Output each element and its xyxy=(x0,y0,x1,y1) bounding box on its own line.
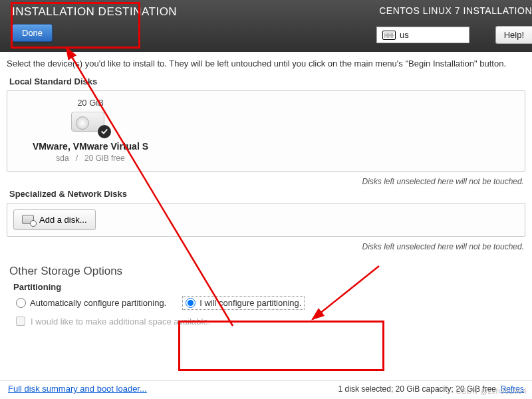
installer-title: CENTOS LINUX 7 INSTALLATION xyxy=(379,5,532,16)
radio-manual-input[interactable] xyxy=(186,298,196,308)
radio-manual-label: I will configure partitioning. xyxy=(200,298,301,308)
keyboard-layout-label: us xyxy=(400,30,409,40)
help-button[interactable]: Help! xyxy=(495,26,532,44)
disk-capacity: 20 GiB xyxy=(21,98,160,108)
disk-icon xyxy=(71,112,110,136)
disk-item[interactable]: 20 GiB VMware, VMware Virtual S sda / 20… xyxy=(21,98,160,163)
done-button[interactable]: Done xyxy=(12,24,53,42)
add-disk-label: Add a disk... xyxy=(39,215,87,225)
intro-text: Select the device(s) you'd like to insta… xyxy=(7,58,525,70)
specialized-disks-heading: Specialized & Network Disks xyxy=(9,189,525,199)
checkbox-extra-space-label: I would like to make additional space av… xyxy=(31,317,210,327)
top-bar: INSTALLATION DESTINATION CENTOS LINUX 7 … xyxy=(0,0,532,52)
partitioning-radio-group: Automatically configure partitioning. I … xyxy=(7,296,525,310)
full-disk-summary-link[interactable]: Full disk summary and boot loader... xyxy=(8,384,147,394)
specialized-disks-hint: Disks left unselected here will not be t… xyxy=(7,242,524,251)
local-disks-heading: Local Standard Disks xyxy=(9,76,525,86)
local-disks-hint: Disks left unselected here will not be t… xyxy=(7,177,524,186)
annotation-box-partitioning xyxy=(178,321,384,371)
add-disk-button[interactable]: Add a disk... xyxy=(13,209,96,230)
checkbox-extra-space xyxy=(16,317,25,326)
checkmark-badge-icon xyxy=(98,125,111,138)
radio-auto-label: Automatically configure partitioning. xyxy=(30,298,166,308)
radio-auto-input[interactable] xyxy=(16,298,26,308)
partitioning-label: Partitioning xyxy=(13,282,525,292)
main-content: Select the device(s) you'd like to insta… xyxy=(0,52,532,327)
specialized-disks-panel: Add a disk... xyxy=(7,203,525,237)
keyboard-icon xyxy=(382,31,396,40)
radio-manual-partitioning[interactable]: I will configure partitioning. xyxy=(186,298,301,308)
additional-space-option: I would like to make additional space av… xyxy=(7,317,525,327)
disk-name: VMware, VMware Virtual S xyxy=(21,141,160,152)
keyboard-layout-indicator[interactable]: us xyxy=(376,27,469,43)
disk-subtitle: sda / 20 GiB free xyxy=(21,154,160,163)
footer-bar: Full disk summary and boot loader... 1 d… xyxy=(0,380,532,396)
other-storage-heading: Other Storage Options xyxy=(9,265,525,278)
add-disk-icon xyxy=(22,215,34,224)
watermark: CSDN @zch981964 xyxy=(456,387,527,395)
local-disks-panel: 20 GiB VMware, VMware Virtual S sda / 20… xyxy=(7,90,525,172)
radio-auto-partitioning[interactable]: Automatically configure partitioning. xyxy=(16,298,166,308)
